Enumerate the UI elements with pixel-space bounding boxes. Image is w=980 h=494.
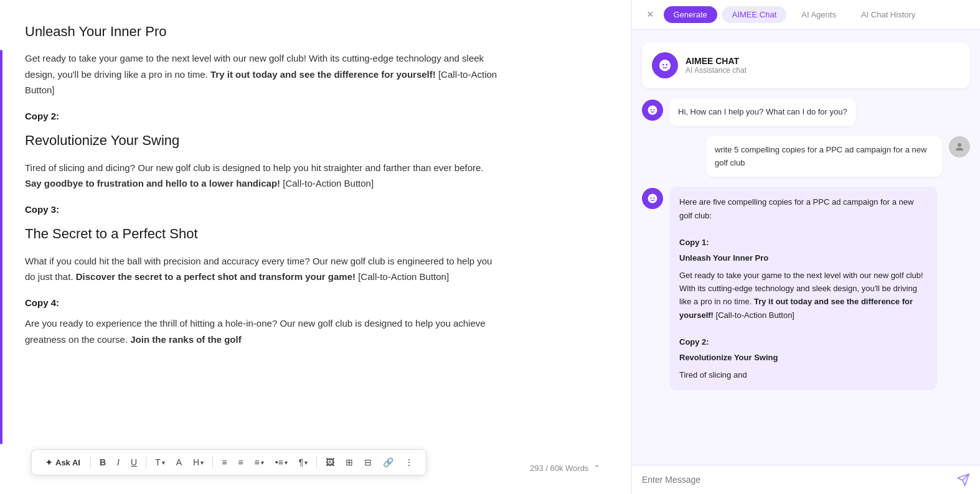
bullet-button[interactable]: •≡ ▾ bbox=[271, 455, 291, 470]
chat-copy-2-label: Copy 2: bbox=[679, 335, 927, 348]
add-button[interactable]: ⊞ bbox=[342, 455, 357, 470]
link-button[interactable]: 🔗 bbox=[379, 455, 397, 470]
svg-point-2 bbox=[666, 64, 667, 66]
ai-greeting-message: Hi, How can I help you? What can I do fo… bbox=[642, 98, 970, 126]
svg-point-1 bbox=[662, 64, 664, 66]
copy-4-label: Copy 4: bbox=[25, 295, 498, 311]
chat-input[interactable] bbox=[642, 475, 950, 485]
chat-area: AIMEE CHAT AI Assistance chat Hi, How ca… bbox=[632, 30, 980, 465]
bold-button[interactable]: B bbox=[96, 455, 110, 470]
right-panel: × Generate AIMEE Chat AI Agents AI Chat … bbox=[631, 0, 980, 494]
tab-aimee-chat[interactable]: AIMEE Chat bbox=[722, 6, 787, 23]
toolbar-divider-2 bbox=[146, 456, 146, 468]
chat-input-area bbox=[632, 465, 980, 494]
svg-point-4 bbox=[651, 109, 652, 110]
chat-copy-2-body: Tired of slicing and bbox=[679, 368, 927, 381]
aimee-chat-subtitle: AI Assistance chat bbox=[686, 66, 747, 75]
paragraph-button[interactable]: ¶ ▾ bbox=[295, 455, 312, 470]
svg-point-9 bbox=[653, 198, 654, 199]
heading-1: Unleash Your Inner Pro bbox=[25, 20, 498, 43]
user-avatar bbox=[949, 136, 970, 157]
para-4: Are you ready to experience the thrill o… bbox=[25, 315, 498, 347]
svg-point-8 bbox=[651, 198, 652, 199]
user-message-1: write 5 compelling copies for a PPC ad c… bbox=[642, 136, 970, 177]
toolbar-divider-1 bbox=[90, 456, 91, 468]
text-size-button[interactable]: T ▾ bbox=[151, 455, 169, 470]
ai-greeting-bubble: Hi, How can I help you? What can I do fo… bbox=[669, 98, 856, 126]
editor-panel: Unleash Your Inner Pro Get ready to take… bbox=[0, 0, 631, 494]
chat-copy-1-title: Unleash Your Inner Pro bbox=[679, 251, 927, 264]
align-center-button[interactable]: ≡ bbox=[234, 455, 247, 470]
tab-generate[interactable]: Generate bbox=[664, 6, 717, 23]
chevron-up-icon: ⌃ bbox=[593, 464, 600, 473]
ai-avatar-2 bbox=[642, 188, 663, 209]
image-button[interactable]: 🖼 bbox=[322, 455, 338, 470]
robot-icon-3 bbox=[647, 193, 658, 204]
chat-copy-1-label: Copy 1: bbox=[679, 236, 927, 249]
svg-point-7 bbox=[648, 194, 657, 203]
svg-point-3 bbox=[648, 106, 657, 115]
svg-point-0 bbox=[659, 60, 671, 71]
heading-button[interactable]: H ▾ bbox=[189, 455, 207, 470]
send-icon bbox=[956, 473, 970, 487]
editor-content: Unleash Your Inner Pro Get ready to take… bbox=[25, 20, 498, 347]
align-left-button[interactable]: ≡ bbox=[218, 455, 230, 470]
ai-response-message: Here are five compelling copies for a PP… bbox=[642, 187, 970, 390]
sparkle-icon: ✦ bbox=[45, 458, 52, 467]
chat-copy-1-body: Get ready to take your game to the next … bbox=[679, 269, 927, 322]
heading-2: Revolutionize Your Swing bbox=[25, 129, 498, 152]
aimee-chat-title: AIMEE CHAT bbox=[686, 56, 747, 66]
aimee-header-text: AIMEE CHAT AI Assistance chat bbox=[686, 56, 747, 75]
aimee-header-card: AIMEE CHAT AI Assistance chat bbox=[642, 42, 970, 88]
ask-ai-button[interactable]: ✦ Ask AI bbox=[40, 455, 85, 470]
close-button[interactable]: × bbox=[642, 7, 659, 22]
para-3: What if you could hit the ball with prec… bbox=[25, 253, 498, 285]
top-nav: × Generate AIMEE Chat AI Agents AI Chat … bbox=[632, 0, 980, 30]
more-button[interactable]: ⋮ bbox=[401, 455, 417, 470]
editor-divider bbox=[0, 50, 2, 444]
heading-3: The Secret to a Perfect Shot bbox=[25, 222, 498, 245]
italic-button[interactable]: I bbox=[113, 455, 123, 470]
word-count: 293 / 60k Words ⌃ bbox=[524, 461, 606, 475]
aimee-avatar bbox=[652, 52, 678, 78]
para-2: Tired of slicing and dicing? Our new gol… bbox=[25, 160, 498, 192]
svg-point-6 bbox=[958, 143, 961, 147]
copy-2-label: Copy 2: bbox=[25, 108, 498, 124]
send-button[interactable] bbox=[956, 473, 970, 487]
ai-intro: Here are five compelling copies for a PP… bbox=[679, 195, 927, 222]
user-message-bubble: write 5 compelling copies for a PPC ad c… bbox=[706, 136, 943, 177]
tab-ai-agents[interactable]: AI Agents bbox=[791, 6, 846, 23]
ai-avatar-1 bbox=[642, 100, 663, 121]
para-1: Get ready to take your game to the next … bbox=[25, 50, 498, 98]
editor-toolbar: ✦ Ask AI B I U T ▾ A H ▾ ≡ ≡ ≡ ▾ •≡ ▾ ¶ … bbox=[31, 449, 426, 475]
table-button[interactable]: ⊟ bbox=[360, 455, 375, 470]
chat-copy-2-title: Revolutionize Your Swing bbox=[679, 351, 927, 364]
user-icon-svg bbox=[954, 141, 965, 152]
font-size-button[interactable]: A bbox=[172, 455, 186, 470]
toolbar-divider-4 bbox=[316, 456, 317, 468]
underline-button[interactable]: U bbox=[127, 455, 141, 470]
list-button[interactable]: ≡ ▾ bbox=[251, 455, 268, 470]
copy-3-label: Copy 3: bbox=[25, 202, 498, 218]
svg-point-5 bbox=[653, 109, 654, 110]
ai-response-bubble: Here are five compelling copies for a PP… bbox=[669, 187, 937, 390]
robot-icon-2 bbox=[647, 105, 658, 116]
robot-icon bbox=[658, 58, 672, 72]
toolbar-divider-3 bbox=[212, 456, 213, 468]
tab-ai-chat-history[interactable]: AI Chat History bbox=[851, 6, 925, 23]
